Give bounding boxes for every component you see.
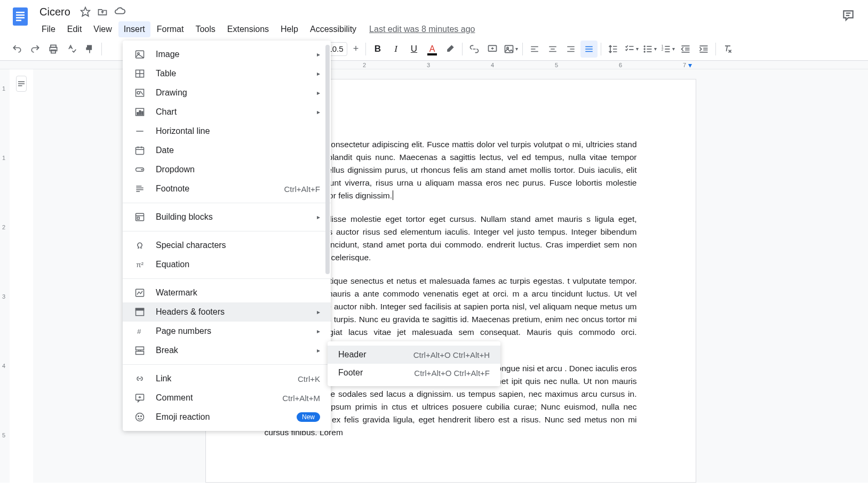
insert-image-button[interactable]: ▾ [502,41,519,58]
print-button[interactable] [45,41,62,58]
outline-toggle-icon[interactable] [16,76,27,92]
date-icon [133,145,146,156]
menu-item-emoji-reaction[interactable]: Emoji reactionNew [123,407,331,427]
comments-icon[interactable] [841,9,855,25]
menu-item-image[interactable]: Image▸ [123,45,331,64]
menu-item-special-characters[interactable]: Special characters [123,236,331,255]
submenu-arrow-icon: ▸ [317,327,320,335]
line-spacing-button[interactable] [604,41,622,58]
menu-item-horizontal-line[interactable]: Horizontal line [123,122,331,141]
menu-separator [123,278,331,279]
spellcheck-button[interactable] [63,41,80,58]
svg-rect-60 [136,147,144,154]
svg-rect-2 [16,14,25,16]
doc-title[interactable]: Cicero [36,5,74,19]
svg-rect-0 [13,7,28,26]
header: Cicero FileEditViewInsertFormatToolsExte… [0,0,868,37]
star-icon[interactable] [80,6,91,17]
increase-indent-button[interactable] [695,41,712,58]
paint-format-button[interactable] [81,41,98,58]
numbered-list-button[interactable]: 12▾ [659,41,676,58]
menu-item-equation[interactable]: π²Equation [123,255,331,274]
undo-button[interactable] [9,41,26,58]
headers-footers-submenu: HeaderCtrl+Alt+O Ctrl+Alt+HFooterCtrl+Al… [328,341,500,386]
omega-icon [133,240,146,251]
menu-item-watermark[interactable]: Watermark [123,283,331,302]
menu-item-drawing[interactable]: Drawing▸ [123,83,331,102]
menu-accessibility[interactable]: Accessibility [305,21,362,37]
svg-point-54 [137,92,140,94]
svg-point-81 [138,416,139,417]
align-left-button[interactable] [526,41,543,58]
ruler-tick: 4 [491,62,494,68]
svg-rect-12 [505,45,513,52]
highlight-button[interactable] [442,41,459,58]
menu-item-label: Page numbers [156,326,313,336]
svg-point-28 [643,51,645,52]
cloud-icon[interactable] [114,6,126,18]
underline-button[interactable]: U [405,41,423,58]
pi-icon: π² [133,259,146,270]
menu-item-break[interactable]: Break▸ [123,341,331,360]
menu-item-chart[interactable]: Chart▸ [123,102,331,122]
menu-edit[interactable]: Edit [62,21,87,37]
comment-icon [133,393,146,403]
menu-insert[interactable]: Insert [118,21,150,37]
svg-rect-29 [647,46,651,47]
ruler-indent-marker[interactable]: ▾ [688,61,692,69]
menu-item-table[interactable]: Table▸ [123,64,331,83]
svg-point-26 [643,45,645,47]
menu-item-footnote[interactable]: FootnoteCtrl+Alt+F [123,179,331,198]
italic-button[interactable]: I [387,41,404,58]
menu-item-page-numbers[interactable]: #Page numbers▸ [123,322,331,341]
emoji-icon [133,412,146,422]
ruler-tick: 6 [619,62,622,68]
move-icon[interactable] [97,6,108,17]
menu-view[interactable]: View [88,21,117,37]
redo-button[interactable] [27,41,44,58]
menu-separator [123,203,331,203]
align-center-button[interactable] [544,41,561,58]
table-icon [133,68,146,79]
submenu-arrow-icon: ▸ [317,89,320,97]
menu-item-date[interactable]: Date [123,141,331,160]
svg-point-82 [141,416,142,417]
pagenum-icon: # [133,326,146,337]
decrease-indent-button[interactable] [677,41,694,58]
font-size-increase[interactable]: + [349,43,362,55]
menu-item-comment[interactable]: CommentCtrl+Alt+M [123,388,331,407]
checklist-button[interactable]: ▾ [623,41,640,58]
insert-comment-button[interactable] [484,41,501,58]
menu-help[interactable]: Help [275,21,304,37]
menu-item-link[interactable]: LinkCtrl+K [123,369,331,388]
menu-file[interactable]: File [36,21,61,37]
menu-item-dropdown[interactable]: Dropdown [123,160,331,179]
ruler-tick: 3 [427,62,430,68]
bulleted-list-button[interactable]: ▾ [641,41,658,58]
svg-rect-4 [16,20,21,21]
menu-extensions[interactable]: Extensions [222,21,274,37]
menu-format[interactable]: Format [152,21,189,37]
svg-rect-31 [647,51,651,52]
headers-icon [133,307,146,317]
align-right-button[interactable] [562,41,579,58]
submenu-arrow-icon: ▸ [317,51,320,58]
bold-button[interactable]: B [369,41,386,58]
submenu-arrow-icon: ▸ [317,347,320,354]
clear-formatting-button[interactable] [719,41,736,58]
submenu-item-header[interactable]: HeaderCtrl+Alt+O Ctrl+Alt+H [328,346,500,364]
menu-separator [123,231,331,231]
last-edit-link[interactable]: Last edit was 8 minutes ago [369,21,475,37]
align-justify-button[interactable] [580,41,598,58]
text-color-button[interactable]: A [424,41,441,58]
vertical-ruler[interactable]: 112345 [0,69,10,483]
menu-item-building-blocks[interactable]: Building blocks▸ [123,207,331,227]
menu-item-label: Watermark [156,288,320,298]
shortcut-label: Ctrl+Alt+O Ctrl+Alt+F [414,369,490,378]
docs-logo[interactable] [9,4,32,28]
insert-link-button[interactable] [466,41,483,58]
submenu-item-footer[interactable]: FooterCtrl+Alt+O Ctrl+Alt+F [328,364,500,382]
menu-item-label: Emoji reaction [156,412,297,422]
menu-tools[interactable]: Tools [190,21,220,37]
menu-item-headers-footers[interactable]: Headers & footers▸ [123,302,331,322]
